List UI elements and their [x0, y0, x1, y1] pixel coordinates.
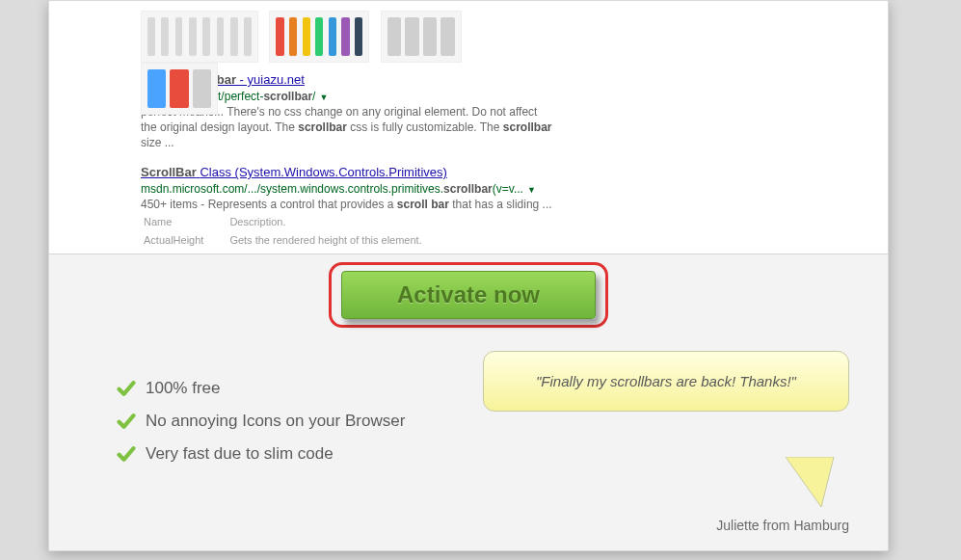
- demo-window: perfect-scrollbar - yuiazu.net www.yuiaz…: [48, 0, 889, 551]
- feature-item: Very fast due to slim code: [117, 444, 405, 464]
- testimonial: "Finally my scrollbars are back! Thanks!…: [483, 351, 849, 412]
- feature-item: 100% free: [117, 379, 405, 398]
- image-thumb[interactable]: [381, 11, 462, 63]
- check-icon: [117, 444, 136, 464]
- feature-list: 100% free No annoying Icons on your Brow…: [78, 379, 405, 477]
- activate-button[interactable]: Activate now: [341, 271, 596, 319]
- image-thumb[interactable]: [141, 63, 218, 115]
- result-title-link[interactable]: ScrollBar Class (System.Windows.Controls…: [141, 165, 447, 179]
- result-snippet: 450+ items - Represents a control that p…: [141, 198, 552, 211]
- image-thumb[interactable]: [269, 11, 369, 63]
- result-url: msdn.microsoft.com/.../system.windows.co…: [141, 182, 536, 196]
- testimonial-author: Juliette from Hamburg: [716, 518, 849, 533]
- speech-bubble: "Finally my scrollbars are back! Thanks!…: [483, 351, 849, 412]
- dropdown-icon[interactable]: ▼: [527, 185, 536, 195]
- check-icon: [117, 379, 136, 398]
- dropdown-icon[interactable]: ▼: [319, 93, 328, 102]
- check-icon: [117, 412, 136, 431]
- cta-highlight: Activate now: [329, 262, 608, 328]
- image-result-row: [141, 11, 555, 64]
- image-thumb[interactable]: [141, 11, 258, 63]
- promo-panel: Activate now 100% free No annoying Icons…: [49, 253, 888, 550]
- feature-item: No annoying Icons on your Browser: [117, 412, 405, 431]
